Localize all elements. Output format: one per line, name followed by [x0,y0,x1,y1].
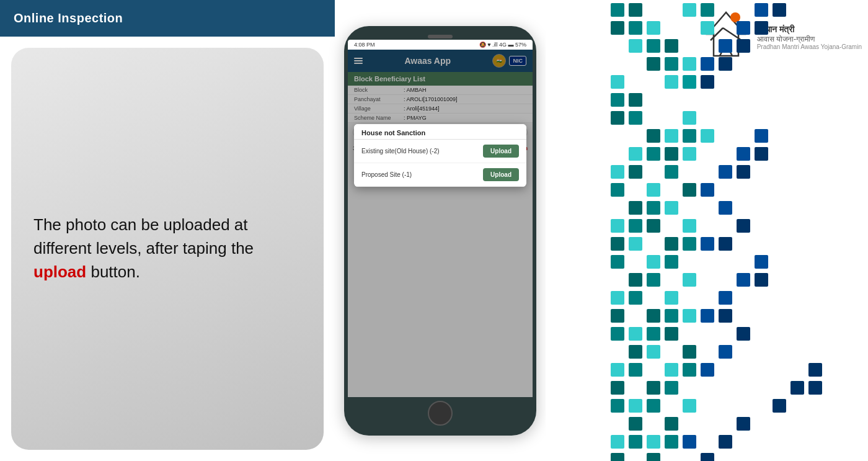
dot-cell [611,183,624,197]
dot-cell [737,201,750,215]
dot-cell [719,273,732,287]
dot-cell [701,435,714,449]
dot-cell [844,57,858,71]
dot-cell [737,75,750,89]
dot-cell [701,57,714,71]
dot-cell [808,291,822,305]
dot-cell [719,129,732,143]
dot-cell [773,111,786,125]
dot-cell [790,453,804,461]
dot-cell [737,309,750,323]
dot-cell [683,327,696,341]
dot-cell [844,183,858,197]
dot-cell [719,3,732,17]
status-bar: 4:08 PM 🔕 ♥ .ill 4G ▬ 57% [348,40,533,50]
dot-cell [808,201,822,215]
dot-cell [701,273,714,287]
dot-cell [665,3,678,17]
phone-home-button[interactable] [428,401,453,426]
dot-cell [790,399,804,413]
dot-cell [719,219,732,233]
dot-cell [665,129,678,143]
dot-cell [844,345,858,359]
dot-cell [826,363,840,377]
middle-panel: 4:08 PM 🔕 ♥ .ill 4G ▬ 57% Awaas App 🇮🇳 N… [335,0,546,461]
dot-cell [647,345,660,359]
dot-cell [611,309,624,323]
upload-word: upload [33,262,86,281]
dot-cell [844,129,858,143]
dot-cell [773,147,786,161]
dot-cell [790,435,804,449]
dot-cell [701,147,714,161]
dot-cell [755,39,768,53]
dot-cell [773,399,786,413]
dot-cell [701,399,714,413]
dot-cell [808,255,822,269]
dot-cell [844,399,858,413]
dot-cell [773,417,786,431]
dot-cell [683,435,696,449]
dot-cell [773,363,786,377]
dot-cell [844,327,858,341]
dot-cell [844,39,858,53]
dot-cell [773,237,786,251]
dot-cell [647,165,660,179]
dialog-row-2: Proposed Site (-1) Upload [354,163,526,187]
dot-cell [719,363,732,377]
dot-cell [844,435,858,449]
dot-cell [755,21,768,35]
dot-cell [701,165,714,179]
dot-cell [647,363,660,377]
dot-cell [701,381,714,395]
dot-cell [844,111,858,125]
dot-cell [826,183,840,197]
dot-cell [719,183,732,197]
dot-cell [665,165,678,179]
dot-cell [665,363,678,377]
upload-btn-2[interactable]: Upload [483,168,519,181]
dot-cell [683,417,696,431]
dot-cell [629,363,642,377]
page-title: Online Inspection [14,11,123,25]
dot-cell [683,345,696,359]
dot-cell [611,165,624,179]
dot-cell [808,381,822,395]
dot-cell [611,57,624,71]
dot-cell [719,327,732,341]
dot-cell [719,345,732,359]
dot-cell [808,237,822,251]
dot-cell [808,309,822,323]
dot-cell [737,435,750,449]
dot-cell [629,219,642,233]
dot-cell [808,165,822,179]
dot-cell [755,399,768,413]
dot-cell [719,435,732,449]
dot-cell [755,327,768,341]
dot-cell [647,327,660,341]
dot-cell [773,21,786,35]
upload-btn-1[interactable]: Upload [483,145,519,158]
dialog-row-2-label: Proposed Site (-1) [361,171,483,178]
dot-cell [808,39,822,53]
dot-cell [665,183,678,197]
dot-cell [719,147,732,161]
dot-cell [629,39,642,53]
dot-cell [629,291,642,305]
dot-cell [611,255,624,269]
phone-speaker [428,35,453,38]
dot-cell [844,453,858,461]
dot-cell [790,129,804,143]
dot-cell [844,147,858,161]
dot-cell [611,435,624,449]
dot-cell [773,381,786,395]
dot-cell [737,345,750,359]
dot-cell [665,381,678,395]
dot-cell [701,39,714,53]
dot-cell [808,327,822,341]
dot-cell [647,93,660,107]
dot-cell [629,345,642,359]
dot-cell [826,381,840,395]
dot-cell [629,3,642,17]
dot-cell [683,93,696,107]
